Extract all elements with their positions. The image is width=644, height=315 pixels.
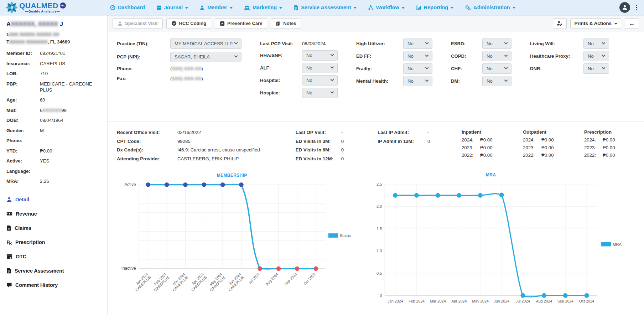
copd-select[interactable]: No bbox=[482, 51, 511, 61]
user-avatar[interactable] bbox=[619, 2, 630, 13]
chevron-down-icon bbox=[504, 41, 508, 45]
chf-select[interactable]: No bbox=[482, 63, 511, 74]
nav-label: Marketing bbox=[253, 5, 277, 10]
mra-chart: 00.51.01.52.02.5MRAJan 2024Feb 2024Mar 2… bbox=[367, 171, 627, 314]
cost-summary: Inpatient 2024:₱0.00 2023:₱0.00 2022:₱0.… bbox=[462, 129, 635, 170]
chevron-down-icon bbox=[230, 7, 233, 9]
sidebar-item-label: OTC bbox=[16, 254, 26, 259]
svg-text:Oct 2024: Oct 2024 bbox=[579, 299, 594, 303]
money-bill-icon bbox=[6, 211, 12, 217]
sidebar-item-otc[interactable]: OTC bbox=[6, 249, 102, 264]
chevron-down-icon bbox=[425, 78, 429, 82]
svg-text:2.5: 2.5 bbox=[376, 182, 382, 186]
inpatient-costs: Inpatient 2024:₱0.00 2023:₱0.00 2022:₱0.… bbox=[462, 129, 512, 170]
ed-visits-6m-row: ED Visits in 6M:0 bbox=[296, 147, 365, 153]
chevron-down-icon bbox=[331, 90, 334, 94]
redacted-name: XXXXXX, XXXXX bbox=[11, 21, 58, 27]
user-edit-button[interactable] bbox=[553, 18, 567, 29]
comment-icon bbox=[6, 282, 12, 288]
svg-text:Jul 2024: Jul 2024 bbox=[248, 272, 260, 285]
chevron-down-icon bbox=[234, 41, 238, 45]
frailty-select[interactable]: No bbox=[403, 63, 432, 74]
member-detail-form: Practice (TIN): MY MEDICAL ACCESS LLP PC… bbox=[108, 32, 644, 122]
tab-notes[interactable]: Notes bbox=[271, 18, 301, 29]
healthcare-proxy-select[interactable]: No bbox=[583, 51, 609, 61]
svg-text:Jun 2024: Jun 2024 bbox=[494, 299, 509, 303]
sidebar-item-label: Detail bbox=[15, 197, 29, 202]
chevron-down-icon bbox=[614, 23, 617, 25]
back-button[interactable]: ← bbox=[625, 18, 639, 29]
healthcare-proxy-row: Healthcare Proxy: No bbox=[530, 51, 609, 61]
living-will-select[interactable]: No bbox=[583, 38, 609, 49]
svg-text:Jan 2024: Jan 2024 bbox=[388, 299, 403, 303]
hha-snf-select[interactable]: No bbox=[302, 50, 338, 61]
sidebar-item-revenue[interactable]: Revenue bbox=[6, 207, 102, 221]
nav-item-workflow[interactable]: Workflow bbox=[368, 5, 405, 10]
history-col-ip: Last IP Admit:- IP Admit in 12M:0 bbox=[378, 129, 450, 170]
brand-tagline: —Qualify Analytics— bbox=[19, 10, 66, 13]
esrd-select[interactable]: No bbox=[482, 38, 511, 49]
svg-text:1.0: 1.0 bbox=[376, 249, 382, 253]
svg-text:Jan 2024CAREPLUS: Jan 2024CAREPLUS bbox=[132, 272, 152, 292]
calendar-icon bbox=[156, 5, 162, 10]
hospice-select[interactable]: No bbox=[302, 88, 338, 98]
report-chart-icon bbox=[416, 5, 421, 10]
sidebar-item-detail[interactable]: Detail bbox=[6, 192, 102, 207]
esrd-row: ESRD: No bbox=[451, 38, 511, 49]
dm-select[interactable]: No bbox=[482, 76, 511, 86]
info-row-ytd: YTD:₱0.00 bbox=[6, 148, 102, 154]
hospital-select[interactable]: No bbox=[302, 75, 338, 86]
svg-text:Aug 2024: Aug 2024 bbox=[265, 272, 279, 286]
dx-codes-row: Dx Code(s):I46.9: Carciac arrest, cause … bbox=[117, 147, 284, 153]
nav-item-journal[interactable]: Journal bbox=[156, 5, 188, 10]
mental-health-select[interactable]: No bbox=[403, 76, 432, 86]
chevron-down-icon bbox=[504, 53, 508, 57]
nav-item-service-assessment[interactable]: Service Assessment bbox=[294, 5, 357, 10]
nav-item-reporting[interactable]: Reporting bbox=[416, 5, 453, 10]
dnr-select[interactable]: No bbox=[583, 63, 609, 74]
sidebar-item-claims[interactable]: $ Claims bbox=[6, 221, 102, 235]
nav-item-marketing[interactable]: Marketing bbox=[244, 5, 282, 10]
tab-hcc-coding[interactable]: HCC Coding bbox=[166, 18, 212, 29]
high-utilizer-select[interactable]: No bbox=[403, 38, 432, 49]
prescription-costs: Prescription 2024:₱0.00 2023:₱0.00 2022:… bbox=[584, 129, 635, 170]
person-icon bbox=[199, 5, 205, 10]
prints-actions-button[interactable]: Prints & Actions bbox=[570, 18, 621, 29]
nav-item-dashboard[interactable]: Dashboard bbox=[110, 5, 145, 10]
dnr-row: DNR: No bbox=[530, 63, 609, 74]
cost-row: 2022:₱0.00 bbox=[584, 153, 635, 158]
nav-label: Journal bbox=[164, 5, 183, 10]
person-icon bbox=[118, 21, 123, 26]
nav-item-administration[interactable]: Administration bbox=[465, 5, 515, 10]
chevron-down-icon bbox=[234, 54, 238, 58]
nav-label: Dashboard bbox=[118, 5, 145, 10]
ed-visits-12m-row: ED Visits in 12M:0 bbox=[296, 156, 365, 162]
sidebar-item-prescription[interactable]: R Prescription bbox=[6, 235, 102, 249]
practice-select[interactable]: MY MEDICAL ACCESS LLP bbox=[170, 38, 242, 49]
users-icon bbox=[244, 5, 250, 10]
redacted-mbi: XXXXXX bbox=[42, 108, 61, 113]
visit-history-section: Recent Office Visit:02/16/2022 CPT Code:… bbox=[108, 122, 644, 170]
pcp-label: PCP (NPI): bbox=[117, 54, 170, 60]
brand-logo[interactable]: QUALMED VBC —Qualify Analytics— bbox=[6, 1, 107, 14]
sidebar-item-comment-history[interactable]: Comment History bbox=[6, 278, 102, 292]
nav-item-member[interactable]: Member bbox=[199, 5, 233, 10]
svg-text:Apr 2024CAREPLUS: Apr 2024CAREPLUS bbox=[187, 272, 207, 292]
phone-row: Phone: (XXX) XXX-XX) bbox=[117, 64, 242, 73]
info-row-active: Active:YES bbox=[6, 158, 102, 164]
svg-text:R: R bbox=[7, 240, 10, 245]
sidebar-item-service-assessment[interactable]: Service Assessment bbox=[6, 264, 102, 278]
info-row-member-id: Member ID:6824921*01 bbox=[6, 50, 102, 56]
chevron-down-icon bbox=[602, 53, 606, 57]
tab-preventive-care[interactable]: Preventive Care bbox=[215, 18, 267, 29]
ed-ff-select[interactable]: No bbox=[403, 51, 432, 61]
kebab-menu-icon[interactable] bbox=[634, 4, 639, 11]
nav-label: Reporting bbox=[424, 5, 448, 10]
svg-text:May 2024: May 2024 bbox=[472, 299, 489, 303]
pcp-select[interactable]: SAGAR, SHEILA bbox=[170, 52, 242, 62]
notes-icon bbox=[276, 21, 281, 26]
alf-select[interactable]: No bbox=[302, 63, 338, 73]
form-col-practice: Practice (TIN): MY MEDICAL ACCESS LLP PC… bbox=[117, 38, 242, 122]
tab-specialist-visit[interactable]: Specialist Visit bbox=[113, 18, 163, 29]
member-name: AXXXXXX, XXXXX J bbox=[6, 21, 102, 27]
